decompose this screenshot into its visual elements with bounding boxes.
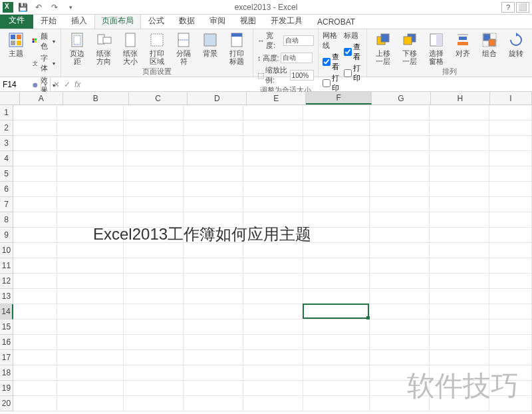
cell[interactable] [124, 304, 184, 319]
cell[interactable] [489, 274, 532, 289]
cell[interactable] [370, 197, 430, 212]
bring-forward-button[interactable]: 上移一层 [371, 31, 395, 67]
cell[interactable] [489, 228, 532, 243]
cell[interactable] [370, 396, 430, 411]
cell[interactable] [430, 289, 489, 304]
cell[interactable] [243, 365, 303, 381]
cell[interactable] [430, 120, 489, 136]
column-header[interactable]: F [306, 92, 372, 104]
undo-icon[interactable]: ↶ [32, 1, 45, 13]
cell[interactable] [13, 182, 57, 197]
cell[interactable] [184, 105, 243, 120]
print-area-button[interactable]: 打印区域 [145, 31, 169, 67]
cell[interactable] [430, 350, 489, 365]
cell[interactable] [243, 304, 303, 319]
headings-view-check[interactable] [344, 48, 352, 56]
column-header[interactable]: H [431, 92, 490, 104]
cell[interactable] [370, 350, 430, 365]
cell[interactable] [303, 120, 370, 136]
cell[interactable] [57, 258, 124, 274]
cell[interactable] [303, 396, 370, 411]
row-header[interactable]: 5 [0, 166, 13, 182]
height-combo[interactable]: 自动 [281, 53, 313, 63]
cell[interactable] [489, 136, 532, 151]
cell[interactable] [57, 182, 124, 197]
cell[interactable] [57, 212, 124, 228]
cell[interactable] [489, 319, 532, 335]
row-header[interactable]: 3 [0, 136, 13, 151]
cell[interactable] [243, 228, 303, 243]
cell[interactable] [243, 197, 303, 212]
cell[interactable] [303, 335, 370, 350]
cell[interactable] [370, 365, 430, 381]
cell[interactable] [13, 136, 57, 151]
gridlines-view-check[interactable] [323, 58, 331, 66]
cell[interactable] [124, 151, 184, 166]
row-header[interactable]: 1 [0, 105, 13, 120]
scale-combo[interactable]: 100% [290, 70, 315, 81]
cell[interactable] [489, 105, 532, 120]
help-button[interactable]: ? [501, 2, 515, 13]
cell[interactable] [13, 274, 57, 289]
cell[interactable] [124, 381, 184, 396]
cell[interactable] [430, 335, 489, 350]
cell[interactable] [13, 243, 57, 258]
headings-print-check[interactable] [344, 69, 352, 77]
cell[interactable] [370, 166, 430, 182]
cell[interactable] [13, 258, 57, 274]
cell[interactable] [57, 335, 124, 350]
cell[interactable] [489, 335, 532, 350]
cell[interactable] [430, 151, 489, 166]
tab-developer[interactable]: 开发工具 [263, 13, 310, 29]
cell[interactable] [489, 197, 532, 212]
cell[interactable] [13, 304, 57, 319]
tab-home[interactable]: 开始 [33, 13, 64, 29]
cell[interactable] [370, 120, 430, 136]
cell[interactable] [243, 258, 303, 274]
cell[interactable] [489, 304, 532, 319]
cell[interactable] [303, 350, 370, 365]
tab-acrobat[interactable]: ACROBAT [310, 15, 362, 29]
cell[interactable] [124, 228, 184, 243]
cell[interactable] [13, 228, 57, 243]
row-header[interactable]: 12 [0, 274, 13, 289]
cell[interactable] [303, 258, 370, 274]
tab-page-layout[interactable]: 页面布局 [94, 13, 141, 29]
row-header[interactable]: 7 [0, 197, 13, 212]
enter-formula-icon[interactable]: ✓ [64, 80, 70, 89]
cell[interactable] [430, 381, 489, 396]
cell[interactable] [184, 396, 243, 411]
row-header[interactable]: 10 [0, 243, 13, 258]
cell[interactable] [243, 166, 303, 182]
row-header[interactable]: 16 [0, 335, 13, 350]
row-header[interactable]: 2 [0, 120, 13, 136]
cell[interactable] [303, 243, 370, 258]
cell[interactable] [430, 243, 489, 258]
cell[interactable] [370, 212, 430, 228]
cell[interactable] [303, 212, 370, 228]
cell[interactable] [57, 151, 124, 166]
cell[interactable] [124, 197, 184, 212]
orientation-button[interactable]: 纸张方向 [92, 31, 116, 67]
column-header[interactable]: A [20, 92, 63, 104]
row-header[interactable]: 17 [0, 350, 13, 365]
cell[interactable] [303, 166, 370, 182]
cell[interactable] [243, 289, 303, 304]
cell[interactable] [13, 335, 57, 350]
cell[interactable] [243, 120, 303, 136]
cell[interactable] [124, 335, 184, 350]
cell[interactable] [370, 258, 430, 274]
cell[interactable] [430, 136, 489, 151]
cell[interactable] [430, 105, 489, 120]
row-header[interactable]: 13 [0, 289, 13, 304]
tab-data[interactable]: 数据 [172, 13, 202, 29]
name-box-dropdown[interactable]: ▾ [41, 77, 51, 91]
column-header[interactable]: B [63, 92, 129, 104]
cell[interactable] [489, 212, 532, 228]
name-box[interactable]: F14 [0, 77, 41, 91]
cell[interactable] [13, 381, 57, 396]
cell[interactable] [243, 319, 303, 335]
cell[interactable] [124, 258, 184, 274]
cell[interactable] [184, 228, 243, 243]
redo-icon[interactable]: ↷ [48, 1, 61, 13]
